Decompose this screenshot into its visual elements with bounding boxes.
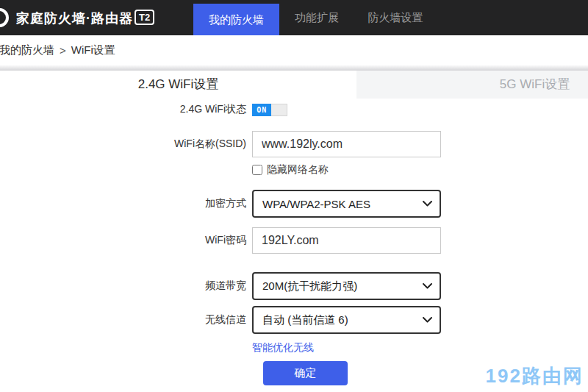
wifi-status-label: 2.4G WiFi状态 <box>0 103 246 116</box>
encryption-selected-value: WPA/WPA2-PSK AES <box>262 198 370 210</box>
encryption-select[interactable]: WPA/WPA2-PSK AES <box>252 190 441 218</box>
ssid-input[interactable] <box>252 131 441 157</box>
channel-label: 无线信道 <box>0 313 246 327</box>
encryption-label: 加密方式 <box>0 197 246 210</box>
ssid-row: WiFi名称(SSID) <box>0 131 441 157</box>
breadcrumb-current: WiFi设置 <box>71 43 115 57</box>
brand-title: 家庭防火墙·路由器 <box>16 10 133 27</box>
tab-24g-wifi-settings[interactable]: 2.4G WiFi设置 <box>0 71 356 99</box>
bandwidth-label: 频道带宽 <box>0 279 246 293</box>
toggle-knob <box>271 104 287 116</box>
bandwidth-row: 频道带宽 20M(抗干扰能力强) <box>0 272 441 300</box>
channel-select[interactable]: 自动 (当前信道 6) <box>252 306 441 334</box>
site-watermark: 192路由网 <box>486 363 584 389</box>
wifi-status-row: 2.4G WiFi状态 ON <box>0 101 287 118</box>
breadcrumb-parent[interactable]: 我的防火墙 <box>0 43 54 57</box>
bandwidth-select[interactable]: 20M(抗干扰能力强) <box>252 272 441 300</box>
tab-firewall-settings[interactable]: 防火墙设置 <box>366 0 425 35</box>
hide-network-label: 隐藏网络名称 <box>267 163 329 177</box>
channel-selected-value: 自动 (当前信道 6) <box>262 313 348 327</box>
breadcrumb: 我的防火墙 > WiFi设置 <box>0 35 588 65</box>
hide-network-checkbox[interactable] <box>252 165 262 175</box>
tab-feature-extension[interactable]: 功能扩展 <box>293 0 341 35</box>
tab-5g-wifi-settings[interactable]: 5G WiFi设置 <box>356 71 588 99</box>
breadcrumb-shadow <box>0 65 588 71</box>
hide-network-row: 隐藏网络名称 <box>252 163 329 177</box>
chevron-down-icon <box>423 283 432 289</box>
encryption-row: 加密方式 WPA/WPA2-PSK AES <box>0 190 441 218</box>
smart-optimize-wireless-link[interactable]: 智能优化无线 <box>252 341 314 354</box>
breadcrumb-separator: > <box>60 44 66 57</box>
wifi-password-input[interactable] <box>252 227 441 254</box>
router-admin-screen: 家庭防火墙·路由器 T2 我的防火墙 功能扩展 防火墙设置 我的防火墙 > Wi… <box>0 0 588 392</box>
top-navbar: 家庭防火墙·路由器 T2 我的防火墙 功能扩展 防火墙设置 <box>0 0 588 35</box>
wifi-band-tabs: 2.4G WiFi设置 5G WiFi设置 <box>0 71 588 99</box>
toggle-on-label: ON <box>252 104 271 116</box>
wifi-status-toggle[interactable]: ON <box>252 104 287 116</box>
confirm-button[interactable]: 确定 <box>263 361 348 385</box>
chevron-down-icon <box>423 317 432 323</box>
tab-my-firewall[interactable]: 我的防火墙 <box>193 4 279 35</box>
wifi-password-row: WiFi密码 <box>0 227 441 254</box>
brand-logo-icon <box>0 8 9 27</box>
bandwidth-selected-value: 20M(抗干扰能力强) <box>262 279 357 293</box>
ssid-label: WiFi名称(SSID) <box>0 138 246 151</box>
chevron-down-icon <box>423 201 432 207</box>
model-badge: T2 <box>135 10 154 25</box>
wifi-password-label: WiFi密码 <box>0 234 246 247</box>
channel-row: 无线信道 自动 (当前信道 6) <box>0 306 441 334</box>
